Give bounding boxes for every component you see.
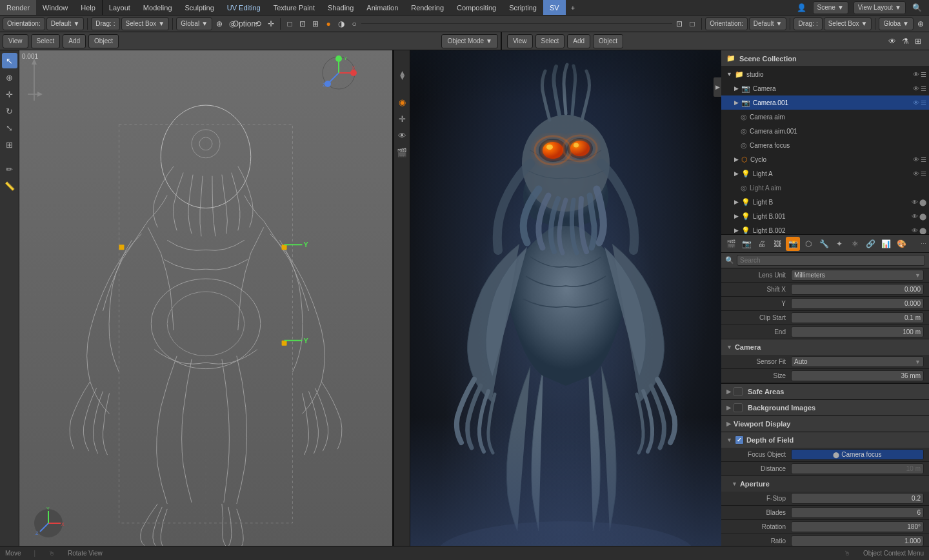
object-mode-right[interactable]: □	[686, 18, 698, 30]
menu-help[interactable]: Help	[74, 0, 102, 15]
tree-item-camera-aim001[interactable]: ◎ Camera aim.001	[721, 124, 929, 138]
menu-add-workspace[interactable]: +	[566, 4, 580, 12]
add-btn-right[interactable]: Add	[567, 34, 590, 48]
tree-item-studio[interactable]: ▼ 📁 studio 👁 ☰	[721, 67, 929, 81]
cyclo-eye-icon[interactable]: 👁	[913, 156, 919, 163]
camera001-filter-icon[interactable]: ☰	[921, 99, 926, 106]
panel-collapse-btn[interactable]: ▶	[714, 77, 721, 97]
transform-tool[interactable]: ⊞	[2, 137, 17, 152]
cyclo-filter-icon[interactable]: ☰	[921, 156, 926, 163]
viewport-display-header[interactable]: ▶ Viewport Display	[721, 416, 929, 432]
camera-filter-icon[interactable]: ☰	[921, 85, 926, 92]
material-mode[interactable]: ◑	[335, 18, 347, 30]
view-layer-dropdown[interactable]: View Layout▼	[854, 1, 906, 14]
prop-icon-output[interactable]: 🖨	[755, 237, 769, 251]
prop-icon-camera[interactable]: 📸	[786, 237, 800, 251]
measure-tool[interactable]: 📏	[2, 178, 17, 194]
camera001-eye-icon[interactable]: 👁	[913, 99, 919, 106]
distance-value[interactable]: 10 m	[791, 463, 924, 474]
dots-right[interactable]: ⊞	[912, 35, 924, 47]
xray-icon[interactable]: ⊞	[310, 18, 321, 30]
menu-render[interactable]: Render	[0, 0, 36, 15]
view-icons-right[interactable]: ⊡	[674, 18, 685, 30]
tree-item-light-a-aim[interactable]: ◎ Light A aim	[721, 181, 929, 195]
search-global-icon[interactable]: 🔍	[911, 2, 923, 14]
prop-icon-render[interactable]: 📷	[739, 237, 754, 251]
light-b-render-icon[interactable]: ⬤	[919, 199, 926, 206]
drag-dropdown-left[interactable]: Select Box▼	[121, 17, 170, 30]
ratio-value[interactable]: 1.000	[791, 535, 924, 546]
size-value[interactable]: 36 mm	[791, 370, 924, 381]
tree-item-light-b001[interactable]: ▶ 💡 Light B.001 👁 ⬤	[721, 209, 929, 223]
search-input[interactable]	[737, 255, 925, 266]
select-btn-right[interactable]: Select	[535, 34, 565, 48]
light-b002-eye-icon[interactable]: 👁	[912, 227, 918, 234]
light-b002-render-icon[interactable]: ⬤	[919, 227, 926, 234]
menu-compositing[interactable]: Compositing	[450, 0, 503, 15]
light-b-eye-icon[interactable]: 👁	[912, 199, 918, 206]
mid-collapse-arrow[interactable]: ◀▶	[399, 71, 405, 80]
tree-item-camera[interactable]: ▶ 📷 Camera 👁 ☰	[721, 81, 929, 95]
menu-texture-paint[interactable]: Texture Paint	[267, 0, 321, 15]
mid-icon-2[interactable]: ✛	[394, 111, 410, 126]
prop-icon-modifiers[interactable]: 🔧	[817, 237, 831, 251]
light-b001-eye-icon[interactable]: 👁	[912, 213, 918, 220]
global-dropdown-left[interactable]: Global▼	[176, 17, 212, 30]
menu-shading[interactable]: Shading	[321, 0, 360, 15]
background-images-header[interactable]: ▶ Background Images	[721, 400, 929, 415]
blades-value[interactable]: 6	[791, 507, 924, 518]
viewport-left[interactable]: 0.001 X	[19, 50, 394, 546]
view-icons-group[interactable]: □	[284, 18, 295, 30]
filter-icon-right[interactable]: ⚗	[899, 35, 911, 47]
view-btn-left[interactable]: View	[3, 34, 28, 48]
view-btn-right[interactable]: View	[507, 34, 533, 48]
prop-icon-data[interactable]: 📊	[879, 237, 893, 251]
render-mode[interactable]: ○	[348, 18, 360, 30]
shift-x-value[interactable]: 0.000	[791, 284, 924, 295]
prop-icon-scene[interactable]: 🎬	[724, 237, 738, 251]
menu-rendering[interactable]: Rendering	[405, 0, 450, 15]
prop-icon-view[interactable]: 🖼	[770, 237, 784, 251]
menu-scripting[interactable]: Scripting	[503, 0, 543, 15]
fstop-value[interactable]: 0.2	[791, 493, 924, 504]
aperture-header[interactable]: ▼ Aperture	[721, 476, 929, 492]
scene-dropdown[interactable]: Scene▼	[813, 1, 848, 14]
object-btn-right[interactable]: Object	[593, 34, 623, 48]
global-right[interactable]: Globa▼	[879, 17, 914, 30]
select-tool[interactable]: ↖	[2, 53, 17, 68]
overlay-icon[interactable]: ⊡	[297, 18, 308, 30]
prop-icon-particles[interactable]: ✦	[832, 237, 846, 251]
snap-right[interactable]: ⊕	[915, 18, 926, 30]
menu-layout[interactable]: Layout	[103, 0, 137, 15]
rotate-tool[interactable]: ↻	[2, 103, 17, 119]
tree-item-light-b002[interactable]: ▶ 💡 Light B.002 👁 ⬤	[721, 223, 929, 235]
viewport-right[interactable]	[410, 50, 721, 546]
scene-tree[interactable]: ▼ 📁 studio 👁 ☰ ▶ 📷 Camera 👁 ☰	[721, 67, 929, 235]
object-btn-left[interactable]: Object	[88, 34, 119, 48]
lens-unit-dropdown[interactable]: Millimeters ▼	[791, 270, 924, 281]
tree-item-camera-aim[interactable]: ◎ Camera aim	[721, 110, 929, 124]
cursor-icon[interactable]: ✛	[265, 18, 277, 30]
menu-animation[interactable]: Animation	[360, 0, 405, 15]
tree-item-camera001[interactable]: ▶ 📷 Camera.001 👁 ☰	[721, 95, 929, 110]
menu-window[interactable]: Window	[36, 0, 74, 15]
move-tool[interactable]: ✛	[2, 86, 17, 102]
menu-modeling[interactable]: Modeling	[137, 0, 179, 15]
prop-icon-physics[interactable]: ⚛	[848, 237, 862, 251]
eye-icon-right[interactable]: 👁	[886, 35, 898, 47]
camera-section-header[interactable]: ▼ Camera	[721, 339, 929, 355]
clip-start-value[interactable]: 0.1 m	[791, 312, 924, 323]
shift-y-value[interactable]: 0.000	[791, 298, 924, 309]
clip-end-value[interactable]: 100 m	[791, 326, 924, 337]
sensor-fit-dropdown[interactable]: Auto ▼	[791, 356, 924, 367]
prop-icon-object[interactable]: ⬡	[801, 237, 815, 251]
annotate-tool[interactable]: ✏	[2, 161, 17, 177]
orientation-dropdown-left[interactable]: Default▼	[46, 17, 85, 30]
prop-icon-material[interactable]: 🎨	[894, 237, 908, 251]
light-b001-render-icon[interactable]: ⬤	[919, 213, 926, 220]
tree-item-light-b[interactable]: ▶ 💡 Light B 👁 ⬤	[721, 195, 929, 209]
select-btn-left[interactable]: Select	[31, 34, 61, 48]
prop-icon-constraints[interactable]: 🔗	[863, 237, 877, 251]
menu-sculpting[interactable]: Sculpting	[179, 0, 221, 15]
depth-of-field-header[interactable]: ▼ ✓ Depth of Field	[721, 432, 929, 448]
